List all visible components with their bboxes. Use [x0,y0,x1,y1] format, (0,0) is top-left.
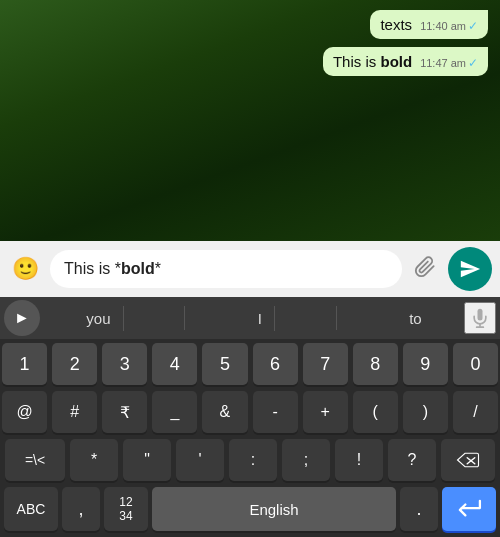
comma-button[interactable]: , [62,487,100,531]
key-3[interactable]: 3 [102,343,147,385]
key-slash[interactable]: / [453,391,498,433]
period-button[interactable]: . [400,487,438,531]
suggestions-row: ► you I to [0,297,500,339]
key-ampersand[interactable]: & [202,391,247,433]
mic-icon [470,308,490,328]
key-rows: 1 2 3 4 5 6 7 8 9 0 @ # ₹ _ & - + ( ) / … [0,339,500,483]
chat-background: texts 11:40 am ✓ This is bold 11:47 am ✓ [0,0,500,241]
key-asterisk[interactable]: * [70,439,118,481]
emoji-icon: 🙂 [12,256,39,282]
message-bubble-1: texts 11:40 am ✓ [370,10,488,39]
suggestions-expand-button[interactable]: ► [4,300,40,336]
send-icon [459,258,481,280]
key-plus[interactable]: + [303,391,348,433]
comma-label: , [78,499,83,520]
enter-icon [456,499,482,519]
emoji-button[interactable]: 🙂 [8,252,42,286]
paperclip-icon [414,256,436,278]
key-singlequote[interactable]: ' [176,439,224,481]
key-close-paren[interactable]: ) [403,391,448,433]
suggestion-to[interactable]: to [397,306,434,331]
chevron-right-icon: ► [14,309,30,327]
keyboard: ► you I to 1 2 3 4 5 6 7 [0,297,500,537]
key-exclamation[interactable]: ! [335,439,383,481]
key-5[interactable]: 5 [202,343,247,385]
read-check-2: ✓ [468,56,478,70]
key-open-paren[interactable]: ( [353,391,398,433]
key-1[interactable]: 1 [2,343,47,385]
attach-button[interactable] [410,252,440,287]
bold-text: bold [380,53,412,70]
numbers-key-button[interactable]: 12 34 [104,487,148,531]
key-equals-backslash[interactable]: =\< [5,439,65,481]
key-minus[interactable]: - [253,391,298,433]
mic-button[interactable] [464,302,496,334]
key-7[interactable]: 7 [303,343,348,385]
number-row: 1 2 3 4 5 6 7 8 9 0 [2,343,498,385]
key-6[interactable]: 6 [253,343,298,385]
message-bubble-2: This is bold 11:47 am ✓ [323,47,488,76]
read-check-1: ✓ [468,19,478,33]
message-input[interactable]: This is *bold* [50,250,402,288]
key-rupee[interactable]: ₹ [102,391,147,433]
key-question[interactable]: ? [388,439,436,481]
suggestion-you[interactable]: you [74,306,123,331]
language-label: English [249,501,298,518]
key-underscore[interactable]: _ [152,391,197,433]
message-time-1: 11:40 am ✓ [420,19,478,33]
bold-input-text: bold [121,260,155,277]
key-2[interactable]: 2 [52,343,97,385]
key-at[interactable]: @ [2,391,47,433]
abc-label: ABC [17,501,46,517]
key-4[interactable]: 4 [152,343,197,385]
symbol-row-2: =\< * " ' : ; ! ? [2,439,498,481]
key-doublequote[interactable]: " [123,439,171,481]
suggestions-list: you I to [44,306,464,331]
abc-button[interactable]: ABC [4,487,58,531]
message-text-2: This is bold [333,53,412,70]
divider-1 [184,306,185,330]
input-text[interactable]: This is *bold* [64,260,388,278]
key-semicolon[interactable]: ; [282,439,330,481]
language-button[interactable]: English [152,487,396,531]
input-bar: 🙂 This is *bold* [0,241,500,297]
message-text-1: texts [380,16,412,33]
send-button[interactable] [448,247,492,291]
key-hash[interactable]: # [52,391,97,433]
backspace-button[interactable] [441,439,495,481]
bottom-row: ABC , 12 34 English . [0,483,500,537]
key-9[interactable]: 9 [403,343,448,385]
symbol-row-1: @ # ₹ _ & - + ( ) / [2,391,498,433]
enter-button[interactable] [442,487,496,531]
divider-2 [336,306,337,330]
period-label: . [416,499,421,520]
numbers-icon: 12 34 [119,495,132,524]
key-8[interactable]: 8 [353,343,398,385]
suggestion-i[interactable]: I [246,306,275,331]
key-colon[interactable]: : [229,439,277,481]
backspace-icon [456,451,480,469]
key-0[interactable]: 0 [453,343,498,385]
message-time-2: 11:47 am ✓ [420,56,478,70]
